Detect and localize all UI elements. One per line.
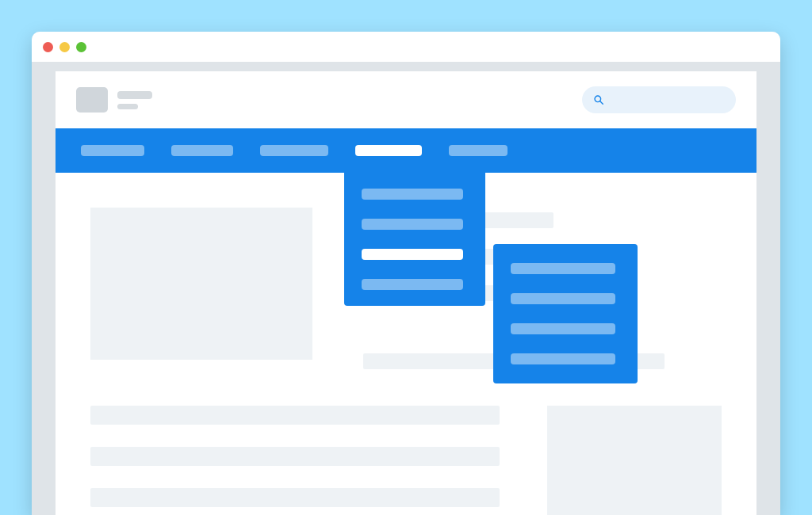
- nav-item-3[interactable]: [260, 145, 328, 156]
- nav-dropdown: [344, 173, 485, 306]
- submenu-item-2[interactable]: [511, 293, 615, 304]
- nav-submenu: [493, 244, 638, 383]
- browser-window: [32, 32, 780, 515]
- search-icon: [593, 94, 604, 105]
- submenu-item-4[interactable]: [511, 353, 615, 364]
- nav-item-5[interactable]: [449, 145, 508, 156]
- list-item[interactable]: [90, 447, 500, 466]
- article-list: [90, 406, 500, 515]
- logo-text: [117, 91, 152, 109]
- list-item[interactable]: [90, 406, 500, 425]
- nav-item-1[interactable]: [81, 145, 144, 156]
- logo-icon: [76, 87, 108, 113]
- window-titlebar: [32, 32, 780, 62]
- dropdown-item-2[interactable]: [362, 219, 463, 230]
- sidebar-panel: [547, 406, 722, 515]
- nav-item-4[interactable]: [355, 145, 422, 156]
- primary-nav: [56, 128, 756, 173]
- zoom-window-button[interactable]: [76, 42, 86, 52]
- body-columns: [90, 406, 722, 515]
- svg-line-1: [600, 101, 603, 105]
- hero-image-placeholder: [90, 208, 312, 360]
- browser-toolbar: [32, 62, 780, 71]
- list-item[interactable]: [90, 488, 500, 507]
- submenu-item-1[interactable]: [511, 263, 615, 274]
- dropdown-item-4[interactable]: [362, 279, 463, 290]
- page-header: [56, 71, 756, 128]
- minimize-window-button[interactable]: [59, 42, 70, 52]
- page: [56, 71, 756, 515]
- nav-item-2[interactable]: [171, 145, 233, 156]
- close-window-button[interactable]: [43, 42, 53, 52]
- logo-subtitle-placeholder: [117, 104, 138, 109]
- search-input[interactable]: [582, 86, 736, 113]
- site-logo[interactable]: [76, 87, 152, 113]
- dropdown-item-1[interactable]: [362, 189, 463, 200]
- submenu-item-3[interactable]: [511, 323, 615, 334]
- sidebar: [547, 406, 722, 515]
- dropdown-item-3[interactable]: [362, 249, 463, 260]
- logo-title-placeholder: [117, 91, 152, 99]
